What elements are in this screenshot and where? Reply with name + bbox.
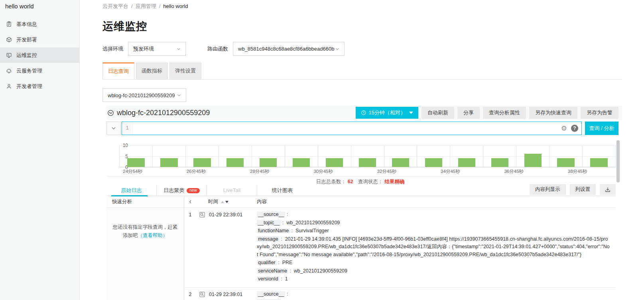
content-column-display-button[interactable]: 内容列显示 (530, 184, 566, 195)
field-key[interactable]: __topic__ (257, 220, 281, 225)
save-as-alert-button[interactable]: 另存为告警 (581, 107, 618, 119)
query-analysis-attrs-button[interactable]: 查询分析属性 (483, 107, 526, 119)
sidebar-item-label: 开发者管理 (16, 83, 42, 90)
clipboard-icon (6, 21, 12, 27)
sidebar-item-ops-monitoring[interactable]: 运维监控 (0, 47, 79, 63)
result-tabs: 原始日志日志聚类newLiveTail统计图表 (106, 185, 307, 196)
sidebar-item-developer-mgmt[interactable]: 开发者管理 (0, 78, 79, 94)
auto-refresh-button[interactable]: 自动刷新 (421, 107, 454, 119)
histogram-bar[interactable] (557, 158, 574, 167)
sidebar-item-dev-deploy[interactable]: 开发部署 (0, 32, 79, 47)
query-analyze-button[interactable]: 查询 / 分析 (585, 122, 618, 135)
help-icon[interactable]: ? (571, 125, 578, 132)
tab-chart-stats[interactable]: 统计图表 (257, 185, 307, 196)
field-key[interactable]: message (257, 236, 280, 242)
x-tick-label: 32分45秒 (377, 169, 397, 175)
sidebar-item-label: 开发部署 (16, 36, 37, 43)
breadcrumb-item[interactable]: 应用管理 (136, 3, 156, 9)
gear-icon[interactable]: ⚙ (561, 125, 567, 132)
histogram-bar[interactable] (260, 158, 277, 167)
histogram-bar[interactable] (326, 158, 343, 167)
histogram-slot (153, 145, 186, 167)
line-number: 1 (122, 122, 133, 135)
logstore-select[interactable]: wblog-fc-2021012900559209 (102, 88, 186, 102)
tab-raw-logs[interactable]: 原始日志 (106, 185, 157, 196)
log-field: __topic__ : wb_2021012900559209 (257, 219, 610, 227)
route-function-select[interactable]: wb_8581c948c8c68ae8cf86a6bbead660ba (233, 42, 345, 56)
row-index: 2 (184, 290, 196, 300)
histogram-slot (516, 145, 549, 167)
sort-controls (221, 201, 228, 203)
chevron-down-icon (110, 125, 117, 131)
collapse-left-icon[interactable] (184, 199, 196, 204)
row-detail-button[interactable] (196, 290, 208, 300)
table-buttons: 内容列显示列设置 (530, 184, 596, 195)
download-icon (605, 186, 611, 193)
histogram-slot (186, 145, 219, 167)
time-range-label: 15分钟（相对） (369, 109, 406, 116)
histogram-bar[interactable] (590, 158, 607, 167)
histogram-bar[interactable] (193, 158, 211, 167)
field-key[interactable]: serviceName (257, 268, 288, 274)
histogram-slot (219, 145, 252, 167)
row-time: 01-29 22:39:01 (208, 290, 257, 300)
histogram-bar[interactable] (160, 158, 177, 167)
field-key[interactable]: qualifier (257, 260, 277, 265)
save-as-quick-query-button[interactable]: 另存为快速查询 (529, 107, 577, 119)
field-key[interactable]: __source__ (257, 212, 285, 217)
query-state-value: 结果精确 (384, 179, 404, 184)
breadcrumb-item[interactable]: 云开发平台 (102, 3, 128, 9)
field-key[interactable]: __source__ (257, 291, 285, 297)
field-value: 2021-01-29 14:39:01.435 [INFO] [4693e23d… (257, 236, 610, 257)
sidebar-item-basic-info[interactable]: 基本信息 (0, 16, 79, 32)
log-row: 101-29 22:39:01__source__ : __topic__ : … (184, 208, 616, 288)
histogram-bar[interactable] (127, 158, 144, 167)
query-input[interactable] (133, 122, 561, 135)
histogram-bar[interactable] (392, 158, 409, 167)
field-key[interactable]: versionId (257, 276, 280, 282)
field-value: SurvivalTrigger (295, 228, 329, 233)
field-separator: : (288, 268, 294, 274)
histogram-slot (119, 145, 153, 167)
histogram-slot (450, 145, 483, 167)
tab-elastic-settings[interactable]: 弹性设置 (169, 63, 201, 79)
field-key[interactable]: functionName (257, 228, 290, 233)
tab-log-clustering[interactable]: 日志聚类new (157, 185, 207, 196)
tab-log-query[interactable]: 日志查询 (102, 63, 134, 79)
magnifier-box-icon (199, 212, 205, 284)
download-button[interactable] (600, 184, 616, 195)
histogram-bar[interactable] (491, 158, 508, 167)
query-collapse-button[interactable] (106, 122, 121, 135)
histogram-bar[interactable] (524, 154, 542, 167)
tab-livetail[interactable]: LiveTail (207, 185, 257, 196)
env-select[interactable]: 预发环境 (128, 42, 186, 56)
sidebar-item-label: 运维监控 (16, 52, 37, 59)
developer-icon (6, 83, 12, 89)
histogram-bars (119, 145, 616, 167)
field-separator: : (290, 228, 295, 233)
histogram-bar[interactable] (293, 158, 310, 167)
env-select-value: 预发环境 (133, 45, 154, 53)
histogram-bar[interactable] (226, 158, 244, 167)
histogram-bar[interactable] (359, 158, 376, 167)
x-tick-label: 30分45秒 (313, 169, 333, 175)
sidebar-item-label: 基本信息 (16, 21, 37, 28)
share-button[interactable]: 分享 (457, 107, 480, 119)
column-settings-button[interactable]: 列设置 (570, 184, 596, 195)
time-range-button[interactable]: 15分钟（相对） (356, 107, 418, 119)
sidebar-item-cloud-service-mgmt[interactable]: 云服务管理 (0, 63, 79, 78)
env-tabs: 日志查询函数指标弹性设置 (102, 63, 622, 80)
histogram-bar[interactable] (425, 158, 442, 167)
histogram-bar[interactable] (458, 158, 475, 167)
quick-empty-text: 您还没有指定字段查询，赶紧 (113, 224, 178, 230)
view-help-link[interactable]: （查看帮助） (138, 233, 167, 238)
vertical-scrollbar[interactable] (616, 140, 620, 182)
log-field: __topic__ : wb_2021012900559209 (257, 298, 610, 300)
tab-function-metrics[interactable]: 函数指标 (136, 63, 168, 79)
row-content: __source__ : __topic__ : wb_202101290055… (257, 211, 616, 284)
sort-desc-icon[interactable] (225, 201, 228, 203)
histogram-slot (285, 145, 318, 167)
result-tabs-row: 原始日志日志聚类newLiveTail统计图表 内容列显示列设置 (106, 185, 616, 196)
sort-asc-icon[interactable] (221, 201, 224, 203)
row-detail-button[interactable] (196, 211, 208, 284)
